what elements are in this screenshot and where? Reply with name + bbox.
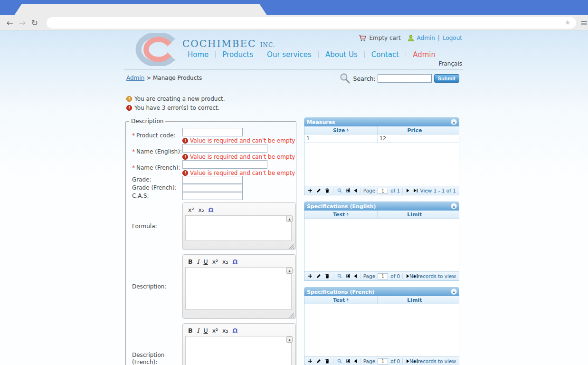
prev-page-button[interactable]: [353, 188, 358, 193]
subscript-button[interactable]: x₂: [222, 259, 228, 265]
first-page-button[interactable]: [345, 274, 351, 279]
admin-account-link[interactable]: Admin: [417, 35, 435, 41]
browser-tab[interactable]: [14, 4, 267, 15]
browser-titlebar: [0, 0, 588, 15]
column-header-test[interactable]: Test ▲▼: [304, 296, 378, 304]
collapse-panel-icon[interactable]: ▲: [451, 203, 457, 209]
nav-admin[interactable]: Admin: [406, 50, 442, 59]
description-french-editor[interactable]: B I U x² x₂ Ω ▲: [182, 323, 296, 365]
breadcrumb-admin-link[interactable]: Admin: [126, 75, 144, 81]
description-french-content-area[interactable]: [185, 336, 292, 365]
column-header-limit[interactable]: Limit: [378, 211, 452, 218]
bold-button[interactable]: B: [188, 327, 193, 334]
collapse-panel-icon[interactable]: ▲: [451, 288, 457, 295]
prev-page-button[interactable]: [353, 274, 358, 279]
collapse-panel-icon[interactable]: ▲: [451, 119, 457, 125]
nav-about-us[interactable]: About Us: [319, 50, 364, 59]
cas-input[interactable]: [182, 192, 243, 200]
grid-column-headers: Test ▲▼ Limit: [304, 211, 459, 219]
search-submit-button[interactable]: Submit: [434, 74, 459, 83]
address-input[interactable]: [53, 18, 560, 28]
description-content-area[interactable]: [185, 267, 292, 310]
nav-contact[interactable]: Contact: [365, 50, 406, 59]
cart-label[interactable]: Empty cart: [370, 35, 401, 41]
italic-button[interactable]: I: [197, 259, 199, 265]
superscript-button[interactable]: x²: [212, 327, 218, 334]
subscript-button[interactable]: x₂: [222, 327, 228, 334]
superscript-button[interactable]: x²: [212, 259, 218, 265]
bold-button[interactable]: B: [188, 259, 193, 265]
scrollbar-spacer: [452, 126, 459, 134]
back-icon[interactable]: ←: [4, 18, 16, 28]
fieldset-legend: Description: [129, 118, 165, 125]
subscript-button[interactable]: x₂: [198, 207, 204, 213]
description-editor[interactable]: B I U x² x₂ Ω ▲: [182, 254, 296, 319]
product-code-input[interactable]: [182, 128, 243, 136]
grid-body: [304, 143, 459, 186]
first-page-button[interactable]: [345, 188, 351, 193]
omega-symbol-button[interactable]: Ω: [232, 327, 237, 334]
breadcrumb-current: Manage Products: [153, 75, 202, 81]
column-header-test[interactable]: Test ▲▼: [304, 211, 378, 218]
resize-grip[interactable]: [289, 243, 294, 249]
first-page-button[interactable]: [345, 359, 351, 364]
search-label: Search:: [353, 75, 376, 82]
grade-french-input[interactable]: [182, 184, 243, 192]
page-input[interactable]: [378, 188, 388, 194]
refresh-icon[interactable]: ↻: [28, 18, 41, 28]
description-toolbar: B I U x² x₂ Ω: [185, 257, 293, 267]
description-french-row: Description (French): B I U x² x₂ Ω ▲: [126, 323, 296, 365]
address-bar[interactable]: ★: [47, 17, 576, 29]
omega-symbol-button[interactable]: Ω: [209, 207, 214, 213]
scrollbar-spacer: [452, 211, 459, 218]
measures-pager: Page of 1 View 1 - 1 of 1: [304, 186, 459, 195]
bookmark-star-icon[interactable]: ★: [565, 19, 571, 26]
nav-home[interactable]: Home: [181, 50, 215, 59]
table-row[interactable]: 1 12: [304, 134, 459, 143]
page-input[interactable]: [378, 273, 388, 279]
italic-button[interactable]: I: [197, 327, 199, 334]
sort-icon: ▲▼: [346, 298, 349, 302]
nav-products[interactable]: Products: [216, 50, 260, 59]
error-message: ! You have 3 error(s) to correct.: [126, 105, 225, 111]
error-icon: !: [182, 138, 188, 144]
brand-title: COCHIMBEC INC.: [182, 38, 275, 49]
main-nav: Home Products Our services About Us Cont…: [181, 50, 442, 59]
forward-icon[interactable]: →: [16, 18, 28, 28]
page-input[interactable]: [378, 358, 388, 365]
name-french-error: ! Value is required and can't be empty: [182, 169, 295, 176]
language-toggle[interactable]: Français: [439, 60, 462, 67]
formula-editor[interactable]: x² x₂ Ω ▲: [182, 202, 296, 250]
superscript-button[interactable]: x²: [188, 207, 194, 213]
scroll-up-icon[interactable]: ▲: [286, 336, 293, 343]
column-header-size[interactable]: Size ▲▼: [304, 126, 378, 134]
formula-content-area[interactable]: [185, 215, 292, 241]
error-icon: !: [182, 170, 188, 176]
logout-link[interactable]: Logout: [443, 35, 462, 41]
name-french-input[interactable]: [182, 160, 267, 169]
search-input[interactable]: [378, 74, 432, 83]
grade-input[interactable]: [182, 176, 243, 184]
resize-grip[interactable]: [289, 312, 294, 317]
column-header-price[interactable]: Price: [378, 126, 452, 134]
nav-our-services[interactable]: Our services: [260, 50, 318, 59]
pager-status: No records to view: [409, 273, 456, 279]
scroll-up-icon[interactable]: ▲: [286, 216, 293, 222]
prev-page-button[interactable]: [353, 359, 358, 364]
name-french-row: *Name (French): ! Value is required and …: [126, 160, 296, 176]
specifications-english-panel: Specifications (English) ▲ Test ▲▼ Limit: [304, 202, 459, 281]
column-header-limit[interactable]: Limit: [378, 296, 452, 304]
underline-button[interactable]: U: [203, 259, 208, 265]
name-english-row: *Name (English): ! Value is required and…: [126, 144, 296, 160]
last-page-button[interactable]: [413, 188, 418, 193]
description-row: Description: B I U x² x₂ Ω ▲: [126, 254, 296, 319]
next-page-button[interactable]: [405, 188, 410, 193]
browser-menu-icon[interactable]: ≡: [580, 18, 588, 28]
underline-button[interactable]: U: [203, 327, 208, 334]
specifications-english-header: Specifications (English) ▲: [304, 202, 459, 211]
omega-symbol-button[interactable]: Ω: [232, 259, 237, 265]
cart-icon[interactable]: [359, 35, 367, 41]
name-english-input[interactable]: [182, 144, 267, 153]
scroll-up-icon[interactable]: ▲: [286, 268, 293, 274]
error-icon: !: [126, 105, 132, 111]
